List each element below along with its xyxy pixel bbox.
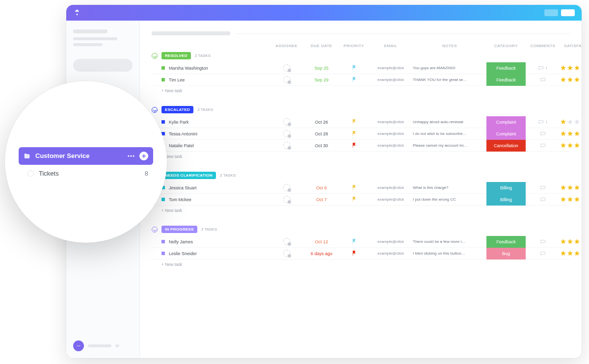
priority-flag-icon[interactable] bbox=[352, 143, 356, 148]
comments-cell[interactable] bbox=[526, 251, 560, 256]
category-tag[interactable]: Billing bbox=[486, 182, 526, 194]
star-icon[interactable] bbox=[567, 196, 573, 203]
task-row[interactable]: Jessica Stuart Oct 6 example@click What … bbox=[152, 182, 570, 194]
satisfaction-stars[interactable] bbox=[560, 130, 582, 137]
kebab-icon[interactable] bbox=[128, 155, 134, 157]
due-date[interactable]: Oct 28 bbox=[304, 131, 339, 136]
star-icon[interactable] bbox=[567, 250, 573, 257]
task-row[interactable]: Kylie Park Oct 26 example@click Unhappy … bbox=[152, 116, 570, 128]
star-icon[interactable] bbox=[581, 238, 582, 245]
star-icon[interactable] bbox=[574, 119, 580, 125]
star-icon[interactable] bbox=[574, 142, 580, 149]
star-icon[interactable] bbox=[560, 130, 566, 137]
satisfaction-stars[interactable] bbox=[560, 142, 582, 149]
star-icon[interactable] bbox=[560, 250, 566, 257]
status-badge[interactable]: RESOLVED bbox=[161, 52, 191, 59]
priority-flag-icon[interactable] bbox=[352, 185, 356, 190]
assignee-avatar[interactable] bbox=[283, 184, 291, 191]
priority-flag-icon[interactable] bbox=[352, 77, 356, 82]
category-tag[interactable]: Feedback bbox=[486, 74, 526, 86]
star-icon[interactable] bbox=[574, 77, 580, 83]
task-row[interactable]: Nelly James Oct 12 example@click There c… bbox=[152, 236, 570, 248]
star-icon[interactable] bbox=[567, 77, 573, 83]
star-icon[interactable] bbox=[567, 119, 573, 125]
star-icon[interactable] bbox=[560, 238, 566, 245]
search-input[interactable] bbox=[73, 59, 133, 72]
star-icon[interactable] bbox=[581, 77, 582, 83]
satisfaction-stars[interactable] bbox=[560, 77, 582, 83]
priority-flag-icon[interactable] bbox=[352, 119, 356, 124]
assignee-avatar[interactable] bbox=[283, 250, 291, 257]
star-icon[interactable] bbox=[567, 238, 573, 245]
star-icon[interactable] bbox=[560, 142, 566, 149]
topbar-pill[interactable] bbox=[561, 9, 575, 16]
priority-flag-icon[interactable] bbox=[352, 251, 356, 256]
category-tag[interactable]: Complaint bbox=[486, 116, 526, 128]
col-satisfaction[interactable]: SATISFACTION LEVEL bbox=[560, 44, 582, 48]
star-icon[interactable] bbox=[581, 142, 582, 149]
due-date[interactable]: Oct 30 bbox=[304, 143, 339, 148]
comments-cell[interactable] bbox=[526, 78, 560, 82]
status-badge[interactable]: ESCALATED bbox=[161, 106, 193, 113]
assignee-avatar[interactable] bbox=[283, 196, 291, 203]
due-date[interactable]: Oct 26 bbox=[304, 120, 339, 125]
star-icon[interactable] bbox=[581, 250, 582, 257]
star-icon[interactable] bbox=[574, 184, 580, 191]
priority-flag-icon[interactable] bbox=[352, 197, 356, 202]
due-date[interactable]: 6 days ago bbox=[304, 251, 339, 256]
category-tag[interactable]: Bug bbox=[486, 248, 526, 260]
assignee-avatar[interactable] bbox=[283, 142, 291, 149]
comments-cell[interactable]: 1 bbox=[526, 120, 560, 125]
comments-cell[interactable] bbox=[526, 185, 560, 190]
category-tag[interactable]: Cancellation bbox=[486, 140, 526, 152]
satisfaction-stars[interactable] bbox=[560, 184, 582, 191]
star-icon[interactable] bbox=[560, 196, 566, 203]
star-icon[interactable] bbox=[581, 119, 582, 125]
topbar-pill[interactable] bbox=[544, 9, 558, 16]
col-category[interactable]: CATEGORY bbox=[486, 44, 526, 48]
assignee-avatar[interactable] bbox=[283, 76, 291, 83]
due-date[interactable]: Sep 25 bbox=[304, 66, 339, 71]
star-icon[interactable] bbox=[560, 184, 566, 191]
star-icon[interactable] bbox=[567, 184, 573, 191]
new-task-button[interactable]: + New task bbox=[152, 206, 570, 213]
star-icon[interactable] bbox=[574, 65, 580, 71]
status-badge[interactable]: IN PROGRESS bbox=[161, 226, 197, 233]
task-row[interactable]: Tim Lee Sep 29 example@click THANK YOU f… bbox=[152, 74, 570, 86]
col-comments[interactable]: COMMENTS bbox=[526, 44, 560, 48]
assignee-avatar[interactable] bbox=[283, 130, 291, 137]
col-due[interactable]: DUE DATE bbox=[304, 44, 339, 48]
star-icon[interactable] bbox=[567, 142, 573, 149]
star-icon[interactable] bbox=[581, 184, 582, 191]
satisfaction-stars[interactable] bbox=[560, 119, 582, 125]
category-tag[interactable]: Feedback bbox=[486, 236, 526, 248]
comments-cell[interactable]: 1 bbox=[526, 66, 560, 71]
col-email[interactable]: EMAIL bbox=[369, 44, 413, 48]
priority-flag-icon[interactable] bbox=[352, 65, 356, 70]
satisfaction-stars[interactable] bbox=[560, 238, 582, 245]
star-icon[interactable] bbox=[560, 65, 566, 71]
assignee-avatar[interactable] bbox=[283, 64, 291, 72]
task-row[interactable]: Tom Mckee Oct 7 example@click I put down… bbox=[152, 194, 570, 206]
star-icon[interactable] bbox=[581, 196, 582, 203]
star-icon[interactable] bbox=[574, 250, 580, 257]
task-row[interactable]: Marsha Washington Sep 25 example@click Y… bbox=[152, 62, 570, 74]
folder-customer-service[interactable]: Customer Service + bbox=[19, 147, 153, 165]
category-tag[interactable]: Billing bbox=[486, 194, 526, 206]
star-icon[interactable] bbox=[574, 130, 580, 137]
comments-cell[interactable] bbox=[526, 131, 560, 136]
col-assignee[interactable]: ASSIGNEE bbox=[269, 44, 304, 48]
comments-cell[interactable] bbox=[526, 239, 560, 244]
add-list-button[interactable]: + bbox=[139, 152, 148, 160]
star-icon[interactable] bbox=[560, 77, 566, 83]
due-date[interactable]: Sep 29 bbox=[304, 78, 339, 82]
due-date[interactable]: Oct 12 bbox=[304, 239, 339, 244]
comments-cell[interactable] bbox=[526, 143, 560, 148]
priority-flag-icon[interactable] bbox=[352, 239, 356, 244]
new-task-button[interactable]: + New task bbox=[152, 152, 570, 159]
due-date[interactable]: Oct 6 bbox=[304, 185, 339, 190]
assignee-avatar[interactable] bbox=[283, 118, 291, 126]
new-task-button[interactable]: + New task bbox=[152, 86, 570, 93]
task-row[interactable]: Leslie Sneider 6 days ago example@click … bbox=[152, 248, 570, 260]
satisfaction-stars[interactable] bbox=[560, 196, 582, 203]
